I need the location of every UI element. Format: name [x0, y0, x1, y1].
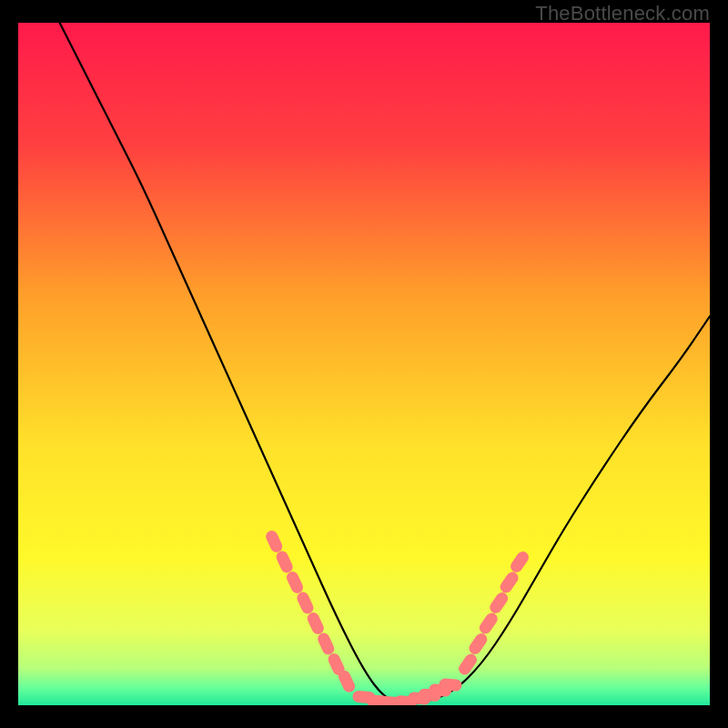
- data-marker: [517, 558, 523, 567]
- data-marker: [282, 557, 287, 567]
- data-marker: [475, 640, 481, 649]
- chart-frame: TheBottleneck.com: [0, 0, 728, 728]
- data-marker: [313, 619, 318, 629]
- data-marker: [506, 578, 512, 587]
- data-marker: [485, 619, 491, 628]
- curve-layer: [18, 23, 710, 705]
- data-marker: [324, 639, 329, 649]
- plot-area: [18, 23, 710, 705]
- markers-bottom: [359, 684, 456, 703]
- data-marker: [465, 660, 471, 669]
- data-marker: [344, 676, 349, 686]
- data-marker: [496, 599, 502, 608]
- data-marker: [303, 598, 308, 608]
- data-marker: [292, 578, 297, 588]
- data-marker: [334, 660, 339, 670]
- main-curve: [60, 23, 710, 704]
- data-marker: [272, 537, 277, 547]
- data-marker: [445, 684, 456, 685]
